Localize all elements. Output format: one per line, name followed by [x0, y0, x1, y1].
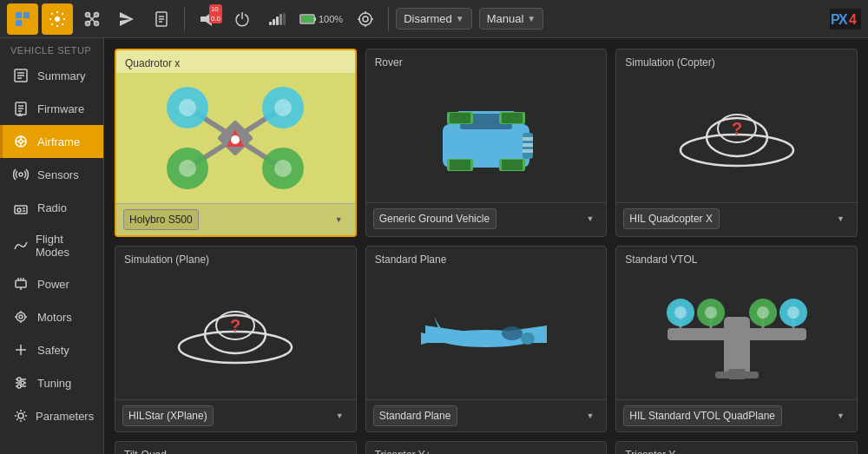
vehicle-card-tricopter-yminus[interactable]: Tricopter Y-: [615, 441, 858, 454]
power-button[interactable]: [227, 3, 258, 35]
simulation-copter-select[interactable]: HIL Quadcopter X: [623, 208, 720, 229]
quadrotor-x-image: [116, 73, 355, 203]
tuning-icon: [13, 375, 30, 391]
standard-plane-select[interactable]: Standard Plane: [373, 405, 457, 426]
svg-point-71: [17, 385, 21, 388]
vehicle-grid: Quadrotor x: [115, 49, 858, 454]
megaphone-button[interactable]: 100.0: [192, 3, 223, 35]
simulation-plane-select-wrapper[interactable]: HILStar (XPlane): [122, 405, 349, 426]
disarmed-dropdown[interactable]: Disarmed ▼: [396, 8, 472, 30]
svg-rect-3: [23, 20, 30, 26]
airframe-icon: [13, 134, 30, 149]
battery-label: 100%: [319, 14, 343, 24]
sensors-icon: [13, 167, 30, 182]
svg-rect-119: [724, 317, 750, 378]
sidebar-item-motors[interactable]: Motors: [0, 300, 103, 333]
standard-vtol-select[interactable]: HIL Standard VTOL QuadPlane: [623, 405, 782, 426]
svg-rect-94: [523, 149, 533, 153]
sidebar-item-flight-modes[interactable]: Flight Modes: [0, 224, 103, 267]
sidebar-item-summary[interactable]: Summary: [0, 59, 103, 92]
svg-point-8: [95, 21, 99, 25]
rover-image: [366, 72, 607, 202]
vehicle-card-tricopter-yplus[interactable]: Tricopter Y+: [365, 441, 608, 454]
svg-text:X: X: [838, 12, 848, 27]
simulation-plane-select[interactable]: HILStar (XPlane): [122, 405, 214, 426]
quadrotor-x-select-wrapper[interactable]: Holybro S500: [123, 209, 348, 230]
svg-point-87: [274, 160, 292, 177]
sidebar-item-parameters[interactable]: Parameters: [0, 399, 103, 432]
standard-plane-select-wrapper[interactable]: Standard Plane: [373, 405, 600, 426]
svg-point-6: [95, 12, 99, 16]
firmware-label: Firmware: [37, 102, 84, 115]
svg-point-132: [787, 306, 799, 319]
svg-point-83: [274, 99, 292, 116]
simulation-copter-image: ?: [616, 72, 857, 202]
summary-label: Summary: [37, 69, 86, 82]
send-button[interactable]: [111, 3, 142, 35]
summary-icon: [13, 68, 30, 83]
radio-icon: [13, 200, 30, 215]
rover-select[interactable]: Generic Ground Vehicle: [373, 208, 496, 229]
vehicle-card-tilt-quad[interactable]: Tilt-Quad: [115, 441, 357, 454]
sidebar-item-airframe[interactable]: Airframe: [0, 125, 103, 158]
motors-label: Motors: [37, 311, 72, 324]
svg-rect-120: [667, 328, 806, 340]
docs-button[interactable]: [146, 3, 177, 35]
vehicle-setup-button[interactable]: [76, 3, 108, 35]
svg-rect-0: [16, 12, 22, 18]
vehicle-card-rover[interactable]: Rover: [365, 49, 608, 237]
safety-label: Safety: [37, 344, 69, 357]
vehicle-card-standard-vtol[interactable]: Standard VTOL: [615, 246, 858, 432]
vehicle-card-quadrotor-x[interactable]: Quadrotor x: [115, 49, 357, 237]
flight-modes-label: Flight Modes: [36, 233, 93, 259]
svg-point-22: [359, 13, 372, 25]
svg-point-50: [17, 208, 21, 212]
simulation-plane-footer: HILStar (XPlane): [115, 399, 356, 431]
svg-rect-134: [715, 372, 759, 378]
tilt-quad-title: Tilt-Quad: [115, 442, 356, 454]
svg-point-70: [21, 381, 24, 385]
vehicle-card-simulation-plane[interactable]: Simulation (Plane) ? HILStar (XPlane): [115, 246, 357, 432]
target-button[interactable]: [350, 3, 381, 35]
sidebar-item-power[interactable]: Power: [0, 267, 103, 300]
rover-select-wrapper[interactable]: Generic Ground Vehicle: [373, 208, 600, 229]
vehicle-card-standard-plane[interactable]: Standard Plane: [365, 246, 608, 432]
sidebar-item-sensors[interactable]: Sensors: [0, 158, 103, 191]
sidebar-header: Vehicle Setup: [0, 38, 103, 59]
battery-button[interactable]: 100%: [296, 3, 346, 35]
vehicle-content: Quadrotor x: [104, 38, 868, 454]
separator-1: [184, 7, 185, 31]
safety-icon: [13, 342, 30, 358]
standard-vtol-select-wrapper[interactable]: HIL Standard VTOL QuadPlane: [623, 405, 850, 426]
svg-point-4: [55, 16, 60, 22]
svg-point-59: [19, 315, 23, 319]
svg-point-23: [363, 16, 368, 22]
main-layout: Vehicle Setup Summary: [0, 38, 868, 454]
disarmed-label: Disarmed: [404, 12, 452, 25]
svg-rect-20: [314, 17, 316, 21]
sidebar-item-firmware[interactable]: Firmware: [0, 92, 103, 125]
px4-logo: P X 4: [830, 9, 861, 30]
svg-point-58: [16, 313, 25, 321]
svg-point-123: [674, 306, 687, 319]
svg-point-5: [86, 12, 90, 16]
svg-point-129: [757, 306, 769, 319]
motors-icon: [13, 309, 30, 325]
quadrotor-x-select[interactable]: Holybro S500: [123, 209, 199, 230]
manual-dropdown[interactable]: Manual ▼: [479, 8, 544, 30]
logo-button[interactable]: [7, 3, 38, 35]
radio-label: Radio: [37, 201, 67, 214]
sidebar-item-tuning[interactable]: Tuning: [0, 366, 103, 399]
svg-point-79: [231, 135, 240, 144]
flight-modes-icon: [13, 238, 29, 253]
sidebar-item-radio[interactable]: Radio: [0, 191, 103, 224]
quadrotor-x-title: Quadrotor x: [116, 50, 355, 73]
vehicle-card-simulation-copter[interactable]: Simulation (Copter) ? H: [615, 49, 858, 237]
sidebar-item-safety[interactable]: Safety: [0, 333, 103, 366]
simulation-copter-select-wrapper[interactable]: HIL Quadcopter X: [623, 208, 850, 229]
simulation-plane-title: Simulation (Plane): [115, 247, 356, 269]
svg-text:4: 4: [849, 12, 857, 27]
signal-button[interactable]: [261, 3, 293, 35]
svg-point-103: [681, 135, 793, 166]
settings-button[interactable]: [42, 3, 73, 35]
